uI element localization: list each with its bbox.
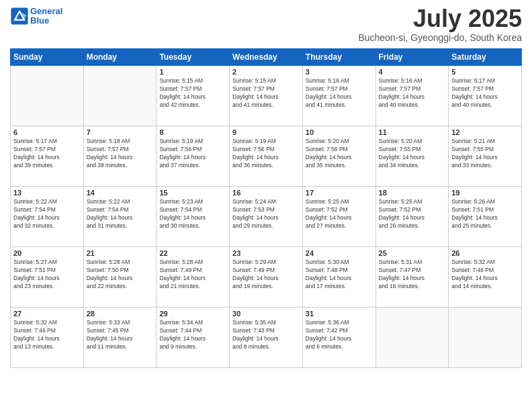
day-number: 25: [379, 249, 446, 257]
day-number: 20: [13, 249, 81, 257]
weekday-header-thursday: Thursday: [302, 49, 375, 66]
day-info: Sunrise: 5:15 AM Sunset: 7:57 PM Dayligh…: [232, 77, 300, 109]
day-number: 29: [159, 310, 226, 318]
day-number: 28: [87, 310, 154, 318]
day-info: Sunrise: 5:28 AM Sunset: 7:50 PM Dayligh…: [87, 259, 154, 291]
day-info: Sunrise: 5:21 AM Sunset: 7:55 PM Dayligh…: [451, 138, 519, 170]
logo: General Blue: [10, 7, 62, 26]
calendar-cell: 30Sunrise: 5:35 AM Sunset: 7:43 PM Dayli…: [230, 308, 303, 368]
day-number: 15: [159, 189, 226, 197]
calendar-cell: 16Sunrise: 5:24 AM Sunset: 7:53 PM Dayli…: [230, 187, 303, 247]
day-number: 27: [13, 310, 81, 318]
day-number: 7: [87, 128, 154, 136]
calendar-cell: [11, 66, 84, 126]
calendar-cell: 13Sunrise: 5:22 AM Sunset: 7:54 PM Dayli…: [11, 187, 84, 247]
location: Bucheon-si, Gyeonggi-do, South Korea: [358, 32, 522, 43]
calendar-cell: 26Sunrise: 5:32 AM Sunset: 7:46 PM Dayli…: [449, 247, 522, 308]
logo-line1: General: [30, 6, 62, 16]
day-number: 30: [232, 310, 300, 318]
calendar-cell: 12Sunrise: 5:21 AM Sunset: 7:55 PM Dayli…: [449, 126, 522, 187]
day-info: Sunrise: 5:20 AM Sunset: 7:55 PM Dayligh…: [379, 138, 446, 170]
logo-line2: Blue: [30, 15, 49, 26]
week-row-5: 27Sunrise: 5:32 AM Sunset: 7:46 PM Dayli…: [11, 308, 522, 368]
weekday-header-sunday: Sunday: [11, 49, 84, 66]
calendar-table: SundayMondayTuesdayWednesdayThursdayFrid…: [10, 48, 522, 368]
day-info: Sunrise: 5:17 AM Sunset: 7:57 PM Dayligh…: [451, 77, 519, 109]
weekday-header-saturday: Saturday: [449, 49, 522, 66]
day-info: Sunrise: 5:36 AM Sunset: 7:42 PM Dayligh…: [306, 319, 373, 351]
calendar-cell: 18Sunrise: 5:25 AM Sunset: 7:52 PM Dayli…: [375, 187, 449, 247]
day-number: 16: [232, 189, 300, 197]
calendar-cell: 22Sunrise: 5:28 AM Sunset: 7:49 PM Dayli…: [157, 247, 230, 308]
weekday-header-friday: Friday: [375, 49, 449, 66]
day-info: Sunrise: 5:26 AM Sunset: 7:51 PM Dayligh…: [451, 198, 519, 230]
calendar-cell: 14Sunrise: 5:22 AM Sunset: 7:54 PM Dayli…: [83, 187, 157, 247]
day-info: Sunrise: 5:32 AM Sunset: 7:46 PM Dayligh…: [451, 259, 519, 291]
week-row-4: 20Sunrise: 5:27 AM Sunset: 7:51 PM Dayli…: [11, 247, 522, 308]
day-number: 31: [306, 310, 373, 318]
calendar-cell: [83, 66, 157, 126]
calendar-cell: [449, 308, 522, 368]
month-title: July 2025: [358, 7, 522, 31]
calendar-cell: 7Sunrise: 5:18 AM Sunset: 7:57 PM Daylig…: [83, 126, 157, 187]
calendar-cell: 20Sunrise: 5:27 AM Sunset: 7:51 PM Dayli…: [11, 247, 84, 308]
day-number: 12: [451, 128, 519, 136]
calendar-cell: 1Sunrise: 5:15 AM Sunset: 7:57 PM Daylig…: [157, 66, 230, 126]
day-number: 19: [451, 189, 519, 197]
day-info: Sunrise: 5:25 AM Sunset: 7:52 PM Dayligh…: [379, 198, 446, 230]
day-info: Sunrise: 5:28 AM Sunset: 7:49 PM Dayligh…: [159, 259, 226, 291]
day-number: 4: [379, 68, 446, 76]
day-info: Sunrise: 5:32 AM Sunset: 7:46 PM Dayligh…: [13, 319, 81, 351]
calendar-cell: 3Sunrise: 5:16 AM Sunset: 7:57 PM Daylig…: [302, 66, 375, 126]
day-info: Sunrise: 5:29 AM Sunset: 7:49 PM Dayligh…: [232, 259, 300, 291]
calendar-cell: 31Sunrise: 5:36 AM Sunset: 7:42 PM Dayli…: [302, 308, 375, 368]
page: General Blue July 2025 Bucheon-si, Gyeon…: [0, 0, 532, 375]
calendar-cell: 4Sunrise: 5:16 AM Sunset: 7:57 PM Daylig…: [375, 66, 449, 126]
day-number: 5: [451, 68, 519, 76]
weekday-header-monday: Monday: [83, 49, 157, 66]
day-info: Sunrise: 5:19 AM Sunset: 7:56 PM Dayligh…: [232, 138, 300, 170]
week-row-2: 6Sunrise: 5:17 AM Sunset: 7:57 PM Daylig…: [11, 126, 522, 187]
day-number: 26: [451, 249, 519, 257]
day-number: 10: [306, 128, 373, 136]
day-number: 18: [379, 189, 446, 197]
day-info: Sunrise: 5:18 AM Sunset: 7:57 PM Dayligh…: [87, 138, 154, 170]
day-info: Sunrise: 5:25 AM Sunset: 7:52 PM Dayligh…: [306, 198, 373, 230]
calendar-cell: 21Sunrise: 5:28 AM Sunset: 7:50 PM Dayli…: [83, 247, 157, 308]
day-number: 6: [13, 128, 81, 136]
day-number: 3: [306, 68, 373, 76]
day-info: Sunrise: 5:24 AM Sunset: 7:53 PM Dayligh…: [232, 198, 300, 230]
calendar-cell: 23Sunrise: 5:29 AM Sunset: 7:49 PM Dayli…: [230, 247, 303, 308]
day-number: 22: [159, 249, 226, 257]
day-number: 13: [13, 189, 81, 197]
calendar-cell: 8Sunrise: 5:19 AM Sunset: 7:56 PM Daylig…: [157, 126, 230, 187]
calendar-cell: 17Sunrise: 5:25 AM Sunset: 7:52 PM Dayli…: [302, 187, 375, 247]
day-info: Sunrise: 5:30 AM Sunset: 7:48 PM Dayligh…: [306, 259, 373, 291]
calendar-cell: 25Sunrise: 5:31 AM Sunset: 7:47 PM Dayli…: [375, 247, 449, 308]
calendar-cell: 29Sunrise: 5:34 AM Sunset: 7:44 PM Dayli…: [157, 308, 230, 368]
logo-text: General Blue: [30, 7, 62, 26]
logo-icon: [10, 7, 29, 26]
calendar-cell: 27Sunrise: 5:32 AM Sunset: 7:46 PM Dayli…: [11, 308, 84, 368]
week-row-3: 13Sunrise: 5:22 AM Sunset: 7:54 PM Dayli…: [11, 187, 522, 247]
calendar-cell: 19Sunrise: 5:26 AM Sunset: 7:51 PM Dayli…: [449, 187, 522, 247]
day-info: Sunrise: 5:22 AM Sunset: 7:54 PM Dayligh…: [87, 198, 154, 230]
day-number: 8: [159, 128, 226, 136]
day-number: 24: [306, 249, 373, 257]
week-row-1: 1Sunrise: 5:15 AM Sunset: 7:57 PM Daylig…: [11, 66, 522, 126]
calendar-cell: 10Sunrise: 5:20 AM Sunset: 7:56 PM Dayli…: [302, 126, 375, 187]
header: General Blue July 2025 Bucheon-si, Gyeon…: [10, 7, 522, 43]
calendar-cell: 2Sunrise: 5:15 AM Sunset: 7:57 PM Daylig…: [230, 66, 303, 126]
calendar-cell: 5Sunrise: 5:17 AM Sunset: 7:57 PM Daylig…: [449, 66, 522, 126]
day-info: Sunrise: 5:31 AM Sunset: 7:47 PM Dayligh…: [379, 259, 446, 291]
day-number: 11: [379, 128, 446, 136]
calendar-cell: [375, 308, 449, 368]
weekday-header-tuesday: Tuesday: [157, 49, 230, 66]
day-number: 21: [87, 249, 154, 257]
day-number: 2: [232, 68, 300, 76]
day-number: 17: [306, 189, 373, 197]
day-info: Sunrise: 5:20 AM Sunset: 7:56 PM Dayligh…: [306, 138, 373, 170]
weekday-header-wednesday: Wednesday: [230, 49, 303, 66]
calendar-cell: 6Sunrise: 5:17 AM Sunset: 7:57 PM Daylig…: [11, 126, 84, 187]
title-block: July 2025 Bucheon-si, Gyeonggi-do, South…: [358, 7, 522, 43]
